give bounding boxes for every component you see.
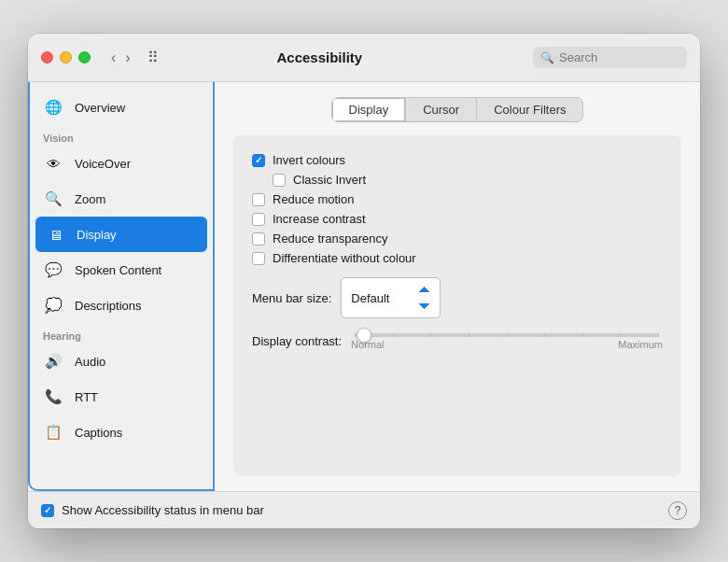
reduce-transparency-checkbox[interactable] bbox=[252, 232, 265, 246]
tick bbox=[620, 333, 621, 337]
reduce-motion-label: Reduce motion bbox=[273, 192, 354, 206]
select-arrow-icon: ⏶⏷ bbox=[417, 281, 432, 315]
menu-bar-size-value: Default bbox=[351, 291, 389, 305]
sidebar-item-zoom-label: Zoom bbox=[75, 192, 105, 206]
tick bbox=[430, 333, 431, 337]
tick bbox=[582, 333, 583, 337]
tick bbox=[658, 333, 659, 337]
sidebar-item-voiceover[interactable]: 👁 VoiceOver bbox=[30, 146, 213, 181]
tab-cursor[interactable]: Cursor bbox=[406, 98, 477, 121]
sidebar-item-zoom[interactable]: 🔍 Zoom bbox=[30, 181, 213, 217]
reduce-motion-checkbox[interactable] bbox=[252, 193, 265, 206]
traffic-lights bbox=[41, 51, 91, 63]
menu-bar-size-label: Menu bar size: bbox=[252, 291, 331, 305]
accessibility-status-checkbox[interactable] bbox=[41, 504, 54, 517]
window-title: Accessibility bbox=[114, 49, 525, 65]
differentiate-colour-checkbox[interactable] bbox=[252, 252, 265, 265]
reduce-transparency-label: Reduce transparency bbox=[273, 232, 388, 246]
tick bbox=[507, 333, 508, 337]
increase-contrast-label: Increase contrast bbox=[273, 212, 366, 226]
captions-icon: 📋 bbox=[41, 420, 65, 444]
differentiate-colour-row: Differentiate without colour bbox=[252, 248, 663, 268]
slider-thumb[interactable] bbox=[357, 328, 371, 343]
search-box[interactable]: 🔍 bbox=[533, 47, 687, 68]
hearing-section-label: Hearing bbox=[30, 323, 213, 344]
close-button[interactable] bbox=[41, 51, 53, 63]
tick bbox=[544, 333, 545, 337]
spoken-content-icon: 💬 bbox=[41, 258, 65, 282]
tabs-bar: Display Cursor Colour Filters bbox=[233, 97, 681, 122]
menu-bar-size-row: Menu bar size: Default ⏶⏷ bbox=[252, 268, 663, 322]
bottom-checkbox-row: Show Accessibility status in menu bar bbox=[41, 503, 264, 517]
tab-group: Display Cursor Colour Filters bbox=[331, 97, 584, 122]
sidebar-item-rtt[interactable]: 📞 RTT bbox=[30, 379, 213, 414]
search-input[interactable] bbox=[559, 50, 671, 64]
sidebar: 🌐 Overview Vision 👁 VoiceOver 🔍 Zoom 🖥 D… bbox=[28, 82, 215, 491]
sidebar-item-overview-label: Overview bbox=[75, 101, 125, 115]
invert-colours-row: Invert colours bbox=[252, 150, 663, 170]
sidebar-item-rtt-label: RTT bbox=[75, 390, 98, 404]
display-contrast-label: Display contrast: bbox=[252, 334, 342, 348]
titlebar: ‹ › ⠿ Accessibility 🔍 bbox=[28, 34, 700, 82]
zoom-icon: 🔍 bbox=[41, 187, 65, 211]
increase-contrast-checkbox[interactable] bbox=[252, 213, 265, 226]
display-icon: 🖥 bbox=[43, 222, 67, 246]
tick bbox=[393, 333, 394, 337]
settings-panel: Invert colours Classic Invert Reduce mot… bbox=[233, 135, 681, 476]
bottom-bar: Show Accessibility status in menu bar ? bbox=[28, 491, 700, 528]
search-icon: 🔍 bbox=[540, 51, 554, 64]
slider-wrap: Normal Maximum bbox=[351, 331, 663, 350]
tab-display[interactable]: Display bbox=[332, 98, 407, 121]
tick bbox=[469, 333, 469, 337]
rtt-icon: 📞 bbox=[41, 385, 65, 409]
sidebar-item-display[interactable]: 🖥 Display bbox=[35, 217, 207, 252]
vision-section-label: Vision bbox=[30, 125, 213, 146]
sidebar-item-voiceover-label: VoiceOver bbox=[75, 157, 131, 171]
sidebar-item-overview[interactable]: 🌐 Overview bbox=[30, 90, 213, 125]
slider-track[interactable] bbox=[355, 333, 659, 337]
accessibility-status-label: Show Accessibility status in menu bar bbox=[62, 503, 264, 517]
sidebar-item-display-label: Display bbox=[77, 228, 117, 242]
help-button[interactable]: ? bbox=[668, 501, 687, 520]
voiceover-icon: 👁 bbox=[41, 151, 65, 176]
classic-invert-checkbox[interactable] bbox=[273, 174, 286, 187]
descriptions-icon: 💭 bbox=[41, 293, 65, 317]
audio-icon: 🔊 bbox=[41, 349, 65, 373]
tab-colour-filters[interactable]: Colour Filters bbox=[477, 98, 582, 121]
differentiate-colour-label: Differentiate without colour bbox=[273, 251, 416, 265]
tick bbox=[355, 333, 356, 337]
increase-contrast-row: Increase contrast bbox=[252, 209, 663, 229]
main-window: ‹ › ⠿ Accessibility 🔍 🌐 Overview Vision … bbox=[28, 34, 700, 528]
invert-colours-checkbox[interactable] bbox=[252, 154, 265, 167]
minimize-button[interactable] bbox=[60, 51, 72, 63]
sidebar-item-spoken-content[interactable]: 💬 Spoken Content bbox=[30, 252, 213, 288]
classic-invert-row: Classic Invert bbox=[273, 170, 663, 190]
maximize-button[interactable] bbox=[78, 51, 91, 63]
sidebar-item-audio-label: Audio bbox=[75, 355, 105, 369]
sidebar-item-captions-label: Captions bbox=[75, 426, 122, 440]
display-contrast-row: Display contrast: bbox=[252, 322, 663, 354]
sidebar-item-descriptions-label: Descriptions bbox=[75, 299, 142, 313]
right-panel: Display Cursor Colour Filters Invert col… bbox=[215, 82, 700, 491]
sidebar-item-captions[interactable]: 📋 Captions bbox=[30, 414, 213, 450]
slider-ticks bbox=[355, 333, 659, 337]
reduce-motion-row: Reduce motion bbox=[252, 190, 663, 209]
slider-label-right: Maximum bbox=[618, 339, 663, 350]
menu-bar-size-select[interactable]: Default ⏶⏷ bbox=[341, 277, 441, 318]
reduce-transparency-row: Reduce transparency bbox=[252, 229, 663, 248]
main-content: 🌐 Overview Vision 👁 VoiceOver 🔍 Zoom 🖥 D… bbox=[28, 82, 700, 491]
invert-colours-label: Invert colours bbox=[273, 153, 345, 167]
sidebar-item-spoken-content-label: Spoken Content bbox=[75, 263, 161, 277]
sidebar-item-audio[interactable]: 🔊 Audio bbox=[30, 344, 213, 379]
slider-labels: Normal Maximum bbox=[351, 339, 663, 350]
classic-invert-label: Classic Invert bbox=[293, 173, 366, 187]
overview-icon: 🌐 bbox=[41, 95, 65, 119]
sidebar-item-descriptions[interactable]: 💭 Descriptions bbox=[30, 288, 213, 323]
